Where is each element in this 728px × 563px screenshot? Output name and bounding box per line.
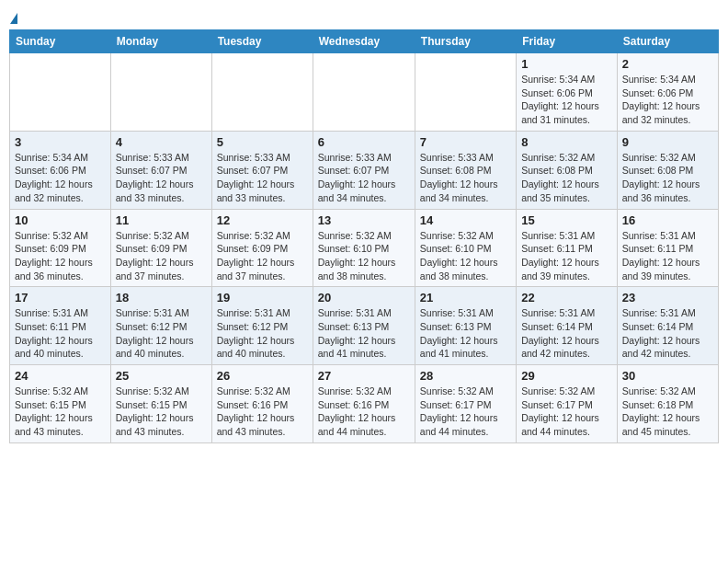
- day-info: Sunrise: 5:32 AMSunset: 6:10 PMDaylight:…: [420, 229, 511, 283]
- calendar-week-1: 1Sunrise: 5:34 AMSunset: 6:06 PMDaylight…: [10, 53, 719, 132]
- day-info: Sunrise: 5:34 AMSunset: 6:06 PMDaylight:…: [622, 73, 713, 127]
- calendar-cell: [211, 53, 313, 132]
- day-info: Sunrise: 5:32 AMSunset: 6:15 PMDaylight:…: [116, 385, 207, 439]
- day-number: 30: [622, 369, 713, 383]
- header: [9, 9, 719, 24]
- day-number: 21: [420, 291, 511, 304]
- day-number: 18: [116, 291, 207, 304]
- calendar-cell: [415, 53, 516, 132]
- calendar-cell: 1Sunrise: 5:34 AMSunset: 6:06 PMDaylight…: [517, 53, 618, 132]
- day-number: 29: [521, 369, 612, 383]
- day-number: 15: [521, 213, 612, 227]
- calendar-header-row: SundayMondayTuesdayWednesdayThursdayFrid…: [10, 30, 719, 53]
- calendar-cell: 3Sunrise: 5:34 AMSunset: 6:06 PMDaylight…: [10, 131, 111, 209]
- day-info: Sunrise: 5:33 AMSunset: 6:07 PMDaylight:…: [217, 151, 308, 205]
- day-info: Sunrise: 5:32 AMSunset: 6:15 PMDaylight:…: [15, 385, 106, 439]
- day-number: 19: [217, 291, 308, 304]
- day-info: Sunrise: 5:31 AMSunset: 6:11 PMDaylight:…: [622, 229, 713, 283]
- calendar-cell: 9Sunrise: 5:32 AMSunset: 6:08 PMDaylight…: [617, 131, 718, 209]
- calendar-table: SundayMondayTuesdayWednesdayThursdayFrid…: [9, 29, 719, 443]
- calendar-cell: 12Sunrise: 5:32 AMSunset: 6:09 PMDayligh…: [211, 209, 313, 287]
- day-info: Sunrise: 5:33 AMSunset: 6:07 PMDaylight:…: [318, 151, 410, 205]
- calendar-cell: 30Sunrise: 5:32 AMSunset: 6:18 PMDayligh…: [617, 365, 718, 443]
- day-number: 13: [318, 213, 410, 227]
- day-number: 24: [15, 369, 106, 383]
- day-info: Sunrise: 5:31 AMSunset: 6:14 PMDaylight:…: [521, 306, 612, 361]
- header-day-wednesday: Wednesday: [313, 30, 415, 53]
- calendar-cell: 22Sunrise: 5:31 AMSunset: 6:14 PMDayligh…: [517, 287, 618, 365]
- calendar-cell: 16Sunrise: 5:31 AMSunset: 6:11 PMDayligh…: [617, 209, 718, 287]
- day-info: Sunrise: 5:32 AMSunset: 6:16 PMDaylight:…: [217, 385, 308, 439]
- calendar-cell: 14Sunrise: 5:32 AMSunset: 6:10 PMDayligh…: [415, 209, 516, 287]
- day-info: Sunrise: 5:31 AMSunset: 6:12 PMDaylight:…: [217, 306, 308, 361]
- day-number: 17: [15, 291, 106, 304]
- day-number: 16: [622, 213, 713, 227]
- day-info: Sunrise: 5:31 AMSunset: 6:11 PMDaylight:…: [521, 229, 612, 283]
- calendar-week-5: 24Sunrise: 5:32 AMSunset: 6:15 PMDayligh…: [10, 365, 719, 443]
- calendar-cell: 13Sunrise: 5:32 AMSunset: 6:10 PMDayligh…: [313, 209, 415, 287]
- calendar-body: 1Sunrise: 5:34 AMSunset: 6:06 PMDaylight…: [10, 53, 719, 443]
- day-number: 23: [622, 291, 713, 304]
- logo-triangle-icon: [10, 13, 17, 24]
- header-day-sunday: Sunday: [10, 30, 111, 53]
- day-number: 8: [521, 135, 612, 149]
- day-number: 10: [15, 213, 106, 227]
- day-info: Sunrise: 5:34 AMSunset: 6:06 PMDaylight:…: [521, 73, 612, 127]
- day-number: 11: [116, 213, 207, 227]
- logo: [9, 13, 17, 24]
- day-number: 25: [116, 369, 207, 383]
- calendar-cell: 6Sunrise: 5:33 AMSunset: 6:07 PMDaylight…: [313, 131, 415, 209]
- calendar-cell: [10, 53, 111, 132]
- day-info: Sunrise: 5:31 AMSunset: 6:11 PMDaylight:…: [15, 306, 106, 361]
- calendar-cell: 24Sunrise: 5:32 AMSunset: 6:15 PMDayligh…: [10, 365, 111, 443]
- day-number: 9: [622, 135, 713, 149]
- header-day-monday: Monday: [110, 30, 211, 53]
- calendar-cell: 15Sunrise: 5:31 AMSunset: 6:11 PMDayligh…: [517, 209, 618, 287]
- day-info: Sunrise: 5:33 AMSunset: 6:07 PMDaylight:…: [116, 151, 207, 205]
- day-number: 7: [420, 135, 511, 149]
- day-number: 27: [318, 369, 410, 383]
- day-number: 14: [420, 213, 511, 227]
- calendar-cell: 8Sunrise: 5:32 AMSunset: 6:08 PMDaylight…: [517, 131, 618, 209]
- day-number: 4: [116, 135, 207, 149]
- day-info: Sunrise: 5:32 AMSunset: 6:08 PMDaylight:…: [622, 151, 713, 205]
- day-number: 1: [521, 57, 612, 71]
- day-number: 6: [318, 135, 410, 149]
- day-info: Sunrise: 5:32 AMSunset: 6:09 PMDaylight:…: [15, 229, 106, 283]
- day-info: Sunrise: 5:31 AMSunset: 6:14 PMDaylight:…: [622, 306, 713, 361]
- day-number: 22: [521, 291, 612, 304]
- calendar-week-4: 17Sunrise: 5:31 AMSunset: 6:11 PMDayligh…: [10, 287, 719, 365]
- calendar-cell: 19Sunrise: 5:31 AMSunset: 6:12 PMDayligh…: [211, 287, 313, 365]
- day-info: Sunrise: 5:32 AMSunset: 6:18 PMDaylight:…: [622, 385, 713, 439]
- day-info: Sunrise: 5:32 AMSunset: 6:10 PMDaylight:…: [318, 229, 410, 283]
- calendar-cell: 17Sunrise: 5:31 AMSunset: 6:11 PMDayligh…: [10, 287, 111, 365]
- calendar-week-2: 3Sunrise: 5:34 AMSunset: 6:06 PMDaylight…: [10, 131, 719, 209]
- calendar-week-3: 10Sunrise: 5:32 AMSunset: 6:09 PMDayligh…: [10, 209, 719, 287]
- header-day-thursday: Thursday: [415, 30, 516, 53]
- day-info: Sunrise: 5:32 AMSunset: 6:08 PMDaylight:…: [521, 151, 612, 205]
- header-day-saturday: Saturday: [617, 30, 718, 53]
- calendar-cell: 18Sunrise: 5:31 AMSunset: 6:12 PMDayligh…: [110, 287, 211, 365]
- day-info: Sunrise: 5:32 AMSunset: 6:09 PMDaylight:…: [217, 229, 308, 283]
- day-info: Sunrise: 5:31 AMSunset: 6:13 PMDaylight:…: [420, 306, 511, 361]
- day-number: 26: [217, 369, 308, 383]
- day-info: Sunrise: 5:32 AMSunset: 6:17 PMDaylight:…: [420, 385, 511, 439]
- calendar-cell: 2Sunrise: 5:34 AMSunset: 6:06 PMDaylight…: [617, 53, 718, 132]
- day-info: Sunrise: 5:32 AMSunset: 6:17 PMDaylight:…: [521, 385, 612, 439]
- calendar-cell: [313, 53, 415, 132]
- header-day-tuesday: Tuesday: [211, 30, 313, 53]
- calendar-cell: 7Sunrise: 5:33 AMSunset: 6:08 PMDaylight…: [415, 131, 516, 209]
- calendar-cell: [110, 53, 211, 132]
- day-info: Sunrise: 5:33 AMSunset: 6:08 PMDaylight:…: [420, 151, 511, 205]
- calendar-cell: 25Sunrise: 5:32 AMSunset: 6:15 PMDayligh…: [110, 365, 211, 443]
- calendar-cell: 23Sunrise: 5:31 AMSunset: 6:14 PMDayligh…: [617, 287, 718, 365]
- calendar-cell: 27Sunrise: 5:32 AMSunset: 6:16 PMDayligh…: [313, 365, 415, 443]
- day-number: 20: [318, 291, 410, 304]
- day-number: 5: [217, 135, 308, 149]
- calendar-cell: 11Sunrise: 5:32 AMSunset: 6:09 PMDayligh…: [110, 209, 211, 287]
- day-number: 12: [217, 213, 308, 227]
- day-number: 2: [622, 57, 713, 71]
- calendar-cell: 28Sunrise: 5:32 AMSunset: 6:17 PMDayligh…: [415, 365, 516, 443]
- calendar-cell: 29Sunrise: 5:32 AMSunset: 6:17 PMDayligh…: [517, 365, 618, 443]
- calendar-header: SundayMondayTuesdayWednesdayThursdayFrid…: [10, 30, 719, 53]
